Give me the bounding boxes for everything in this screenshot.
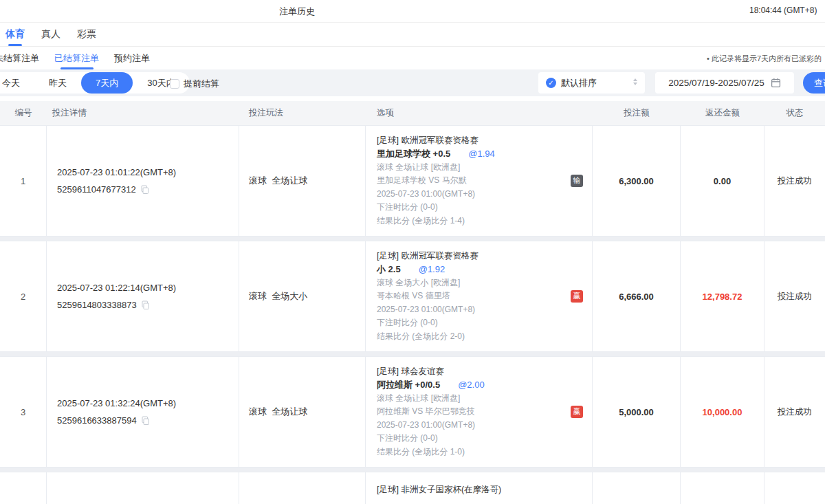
search-button[interactable]: 查询 — [803, 72, 825, 94]
col-header-stake: 投注额 — [593, 107, 681, 119]
payout-amount — [681, 472, 764, 504]
play-type: 滚球 全场大小 — [239, 241, 366, 351]
tab-sports-label: 体育 — [6, 28, 25, 41]
league-name: [足球] 欧洲冠军联赛资格赛 — [377, 134, 592, 148]
col-header-option: 选项 — [366, 107, 593, 119]
play-type — [239, 472, 366, 504]
subtab-settled[interactable]: 已结算注单 — [53, 47, 100, 69]
play-type: 滚球 全场让球 — [239, 126, 366, 236]
option-cell: [足球] 球会友谊赛 阿拉维斯 +0/0.5@2.00 滚球 全场让球 [欧洲盘… — [366, 357, 593, 467]
table-row: 2 2025-07-23 01:22:14(GMT+8) 52596148033… — [0, 241, 825, 352]
league-name: [足球] 非洲女子国家杯(在摩洛哥) — [377, 483, 592, 497]
tab-lottery-label: 彩票 — [77, 28, 96, 41]
copy-icon[interactable] — [141, 416, 150, 426]
subtab-reserved[interactable]: 预约注单 — [113, 47, 151, 69]
play-type: 滚球 全场让球 — [239, 357, 366, 467]
score-at-bet: 下注时比分 (0-0) — [377, 201, 592, 215]
quick-today[interactable]: 今天 — [0, 72, 34, 94]
spacer-strip — [0, 96, 825, 101]
tab-sports[interactable]: 体育 — [6, 23, 25, 46]
subtab-reserved-label: 预约注单 — [114, 52, 150, 65]
col-header-payout: 返还金额 — [681, 107, 764, 119]
match-time: 2025-07-23 01:00(GMT+8) — [377, 303, 592, 317]
bet-status: 投注成功 — [764, 357, 825, 467]
option-cell: [足球] 欧洲冠军联赛资格赛 里加足球学校 +0.5@1.94 滚球 全场让球 … — [366, 126, 593, 236]
sorter-caret-icon — [633, 78, 637, 85]
server-time: 18:04:44 (GMT+8) — [749, 6, 817, 15]
market-info: 滚球 全场让球 [欧洲盘] — [377, 392, 592, 406]
pick-text: 里加足球学校 +0.5 — [377, 149, 450, 159]
match-teams: 哥本哈根 VS 德里塔 — [377, 289, 592, 303]
score-at-bet: 下注时比分 (0-0) — [377, 316, 592, 330]
bet-detail-cell: 2025-07-23 01:01:22(GMT+8) 5259611047677… — [47, 126, 239, 236]
subtab-settled-label: 已结算注单 — [54, 52, 99, 65]
option-cell: [足球] 非洲女子国家杯(在摩洛哥) — [366, 472, 593, 504]
date-range-picker[interactable]: 2025/07/19-2025/07/25 — [655, 72, 794, 94]
stake-amount: 5,000.00 — [593, 357, 681, 467]
subtab-unsettled-label: 未结算注单 — [0, 52, 39, 65]
bet-id: 5259611047677312 — [57, 184, 136, 195]
row-number: 2 — [0, 241, 47, 351]
quick-7days[interactable]: 7天内 — [81, 72, 133, 94]
record-hint: • 此记录将显示7天内所有已派彩的 — [707, 54, 822, 64]
bet-time: 2025-07-23 01:01:22(GMT+8) — [57, 167, 239, 177]
calendar-icon — [771, 78, 781, 88]
stake-amount: 6,300.00 — [593, 126, 681, 236]
tab-live-label: 真人 — [41, 28, 60, 41]
market-info: 滚球 全场让球 [欧洲盘] — [377, 161, 592, 175]
col-header-status: 状态 — [764, 107, 825, 119]
bet-id: 5259616633887594 — [57, 415, 137, 426]
early-settle-checkbox[interactable] — [170, 79, 179, 89]
bet-status: 投注成功 — [764, 241, 825, 351]
stake-amount: 6,666.00 — [593, 241, 681, 351]
sort-check-icon: ✓ — [546, 78, 556, 88]
bet-id: 5259614803338873 — [57, 300, 137, 310]
payout-amount: 12,798.72 — [681, 241, 764, 351]
result-badge: 输 — [571, 175, 583, 187]
row-number: 1 — [0, 126, 47, 236]
sort-select[interactable]: ✓ 默认排序 — [538, 72, 645, 94]
result-score: 结果比分 (全场比分 1-4) — [377, 215, 592, 228]
option-cell: [足球] 欧洲冠军联赛资格赛 小 2.5@1.92 滚球 全场大小 [欧洲盘] … — [366, 241, 593, 351]
top-bar: 注单历史 18:04:44 (GMT+8) — [0, 0, 825, 23]
copy-icon[interactable] — [140, 185, 149, 195]
col-header-play: 投注玩法 — [239, 107, 366, 119]
quick-date-group: 今天 昨天 7天内 30天内 — [0, 72, 190, 94]
result-badge: 赢 — [571, 290, 583, 303]
copy-icon[interactable] — [141, 300, 150, 310]
table-body: 1 2025-07-23 01:01:22(GMT+8) 52596110476… — [0, 125, 825, 504]
row-number — [0, 472, 47, 504]
early-settle-checkbox-group[interactable]: 提前结算 — [170, 78, 219, 90]
league-name: [足球] 欧洲冠军联赛资格赛 — [377, 250, 592, 263]
market-info: 滚球 全场大小 [欧洲盘] — [377, 276, 592, 290]
subtab-unsettled[interactable]: 未结算注单 — [0, 47, 41, 69]
stake-amount — [593, 472, 681, 504]
bet-detail-cell: 2025-07-23 01:32:24(GMT+8) 5259616633887… — [47, 357, 239, 467]
table-header: 编号 投注详情 投注玩法 选项 投注额 返还金额 状态 — [0, 101, 825, 125]
result-score: 结果比分 (全场比分 1-0) — [377, 446, 592, 459]
pick-text: 小 2.5 — [377, 264, 401, 274]
match-teams: 里加足球学校 VS 马尔默 — [377, 174, 592, 188]
match-time: 2025-07-23 01:00(GMT+8) — [377, 419, 592, 432]
main-tabs: 体育 真人 彩票 — [0, 23, 825, 47]
match-time: 2025-07-23 01:00(GMT+8) — [377, 188, 592, 201]
caret-up-icon — [633, 78, 637, 81]
sub-tabs: 未结算注单 已结算注单 预约注单 • 此记录将显示7天内所有已派彩的 — [0, 47, 825, 69]
match-teams: 阿拉维斯 VS 毕尔巴鄂竞技 — [377, 405, 592, 419]
bet-time: 2025-07-23 01:32:24(GMT+8) — [57, 398, 239, 408]
tab-live[interactable]: 真人 — [41, 23, 60, 46]
col-header-detail: 投注详情 — [47, 107, 239, 119]
bet-detail-cell — [47, 472, 239, 504]
payout-amount: 10,000.00 — [681, 357, 764, 467]
tab-lottery[interactable]: 彩票 — [77, 23, 96, 46]
row-number: 3 — [0, 357, 47, 467]
bet-status — [764, 472, 825, 504]
early-settle-label: 提前结算 — [184, 78, 219, 90]
league-name: [足球] 球会友谊赛 — [377, 365, 592, 379]
score-at-bet: 下注时比分 (0-0) — [377, 432, 592, 446]
sort-label: 默认排序 — [561, 77, 597, 89]
odds-value: @1.94 — [468, 149, 495, 159]
quick-yesterday[interactable]: 昨天 — [34, 72, 81, 94]
table-row: 1 2025-07-23 01:01:22(GMT+8) 52596110476… — [0, 125, 825, 237]
col-header-no: 编号 — [0, 107, 47, 119]
